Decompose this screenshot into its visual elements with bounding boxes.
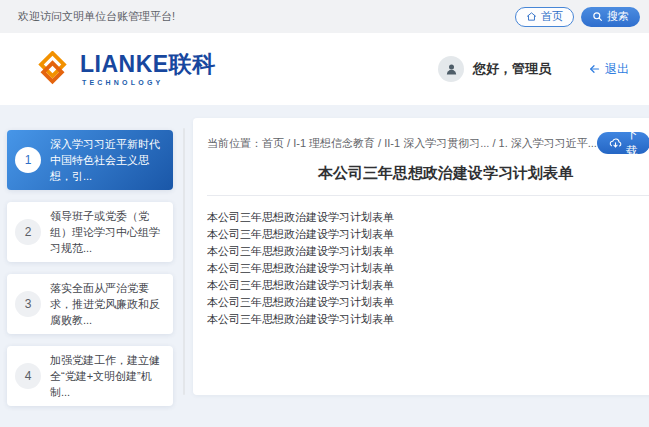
logo-title: LIANKE联科 bbox=[80, 53, 216, 76]
file-link-label: 本公司三年思想政治建设学习计划表单 bbox=[207, 313, 394, 325]
file-link[interactable]: 本公司三年思想政治建设学习计划表单 bbox=[207, 311, 649, 328]
home-icon bbox=[526, 11, 537, 22]
file-link-label: 本公司三年思想政治建设学习计划表单 bbox=[207, 228, 394, 240]
user-icon bbox=[444, 62, 459, 77]
sidebar: 1 深入学习习近平新时代中国特色社会主义思想，引... 2 领导班子或党委（党组… bbox=[0, 105, 183, 427]
logo-subtitle: TECHNOLOGY bbox=[80, 79, 216, 86]
file-link[interactable]: 本公司三年思想政治建设学习计划表单 bbox=[207, 294, 649, 311]
file-link[interactable]: 本公司三年思想政治建设学习计划表单 bbox=[207, 226, 649, 243]
sidebar-item[interactable]: 3 落实全面从严治党要求，推进党风廉政和反腐败教... bbox=[7, 274, 173, 334]
file-list: 本公司三年思想政治建设学习计划表单 本公司三年思想政治建设学习计划表单 本公司三… bbox=[207, 196, 649, 328]
main-panel-toolbar: 当前位置：首页 / I-1 理想信念教育 / II-1 深入学习贯彻习... /… bbox=[207, 131, 649, 155]
sidebar-item-label: 深入学习习近平新时代中国特色社会主义思想，引... bbox=[50, 136, 165, 184]
sidebar-item-label: 加强党建工作，建立健全“党建+文明创建”机制... bbox=[50, 352, 165, 400]
file-link-label: 本公司三年思想政治建设学习计划表单 bbox=[207, 211, 394, 223]
file-link-label: 本公司三年思想政治建设学习计划表单 bbox=[207, 262, 394, 274]
logout-label: 退出 bbox=[605, 61, 629, 78]
welcome-text: 欢迎访问文明单位台账管理平台! bbox=[18, 9, 175, 24]
file-link[interactable]: 本公司三年思想政治建设学习计划表单 bbox=[207, 243, 649, 260]
sidebar-item-label: 领导班子或党委（党组）理论学习中心组学习规范... bbox=[50, 208, 165, 256]
sidebar-item-label: 落实全面从严治党要求，推进党风廉政和反腐败教... bbox=[50, 280, 165, 328]
sidebar-item[interactable]: 4 加强党建工作，建立健全“党建+文明创建”机制... bbox=[7, 346, 173, 406]
greeting-text: 您好，管理员 bbox=[473, 60, 551, 78]
logo-text: LIANKE联科 TECHNOLOGY bbox=[80, 53, 216, 86]
topbar-actions: 首页 搜索 bbox=[515, 7, 640, 27]
logo-diamond-icon bbox=[34, 51, 71, 88]
sidebar-item-number: 1 bbox=[15, 147, 41, 173]
main-panel-actions: 下载 bbox=[597, 131, 649, 155]
content-area: 1 深入学习习近平新时代中国特色社会主义思想，引... 2 领导班子或党委（党组… bbox=[0, 105, 649, 427]
logout-button[interactable]: 退出 bbox=[589, 61, 629, 78]
sidebar-item[interactable]: 2 领导班子或党委（党组）理论学习中心组学习规范... bbox=[7, 202, 173, 262]
search-icon bbox=[592, 11, 603, 22]
file-link-label: 本公司三年思想政治建设学习计划表单 bbox=[207, 296, 394, 308]
home-button-label: 首页 bbox=[541, 9, 563, 24]
search-button-label: 搜索 bbox=[607, 9, 629, 24]
file-link[interactable]: 本公司三年思想政治建设学习计划表单 bbox=[207, 260, 649, 277]
download-button-label: 下载 bbox=[626, 126, 638, 160]
cloud-download-icon bbox=[609, 137, 622, 150]
file-link-label: 本公司三年思想政治建设学习计划表单 bbox=[207, 279, 394, 291]
logo[interactable]: LIANKE联科 TECHNOLOGY bbox=[34, 51, 216, 88]
file-link-label: 本公司三年思想政治建设学习计划表单 bbox=[207, 245, 394, 257]
breadcrumb[interactable]: 当前位置：首页 / I-1 理想信念教育 / II-1 深入学习贯彻习... /… bbox=[207, 136, 597, 151]
download-button[interactable]: 下载 bbox=[597, 132, 649, 154]
logout-arrow-icon bbox=[589, 63, 601, 75]
breadcrumb-path[interactable]: 首页 / I-1 理想信念教育 / II-1 深入学习贯彻习... / 1. 深… bbox=[262, 137, 597, 149]
sidebar-item[interactable]: 1 深入学习习近平新时代中国特色社会主义思想，引... bbox=[7, 130, 173, 190]
topbar: 欢迎访问文明单位台账管理平台! 首页 搜索 bbox=[0, 0, 649, 33]
breadcrumb-label: 当前位置： bbox=[207, 137, 262, 149]
sidebar-item-number: 3 bbox=[15, 291, 41, 317]
header: LIANKE联科 TECHNOLOGY 您好，管理员 退出 bbox=[0, 33, 649, 105]
search-button[interactable]: 搜索 bbox=[581, 7, 640, 27]
sidebar-scrollbar[interactable] bbox=[183, 128, 185, 395]
avatar bbox=[438, 56, 464, 82]
document-title: 本公司三年思想政治建设学习计划表单 bbox=[207, 164, 649, 183]
file-link[interactable]: 本公司三年思想政治建设学习计划表单 bbox=[207, 209, 649, 226]
file-link[interactable]: 本公司三年思想政治建设学习计划表单 bbox=[207, 277, 649, 294]
header-user-area: 您好，管理员 退出 bbox=[438, 56, 633, 82]
sidebar-item-number: 2 bbox=[15, 219, 41, 245]
home-button[interactable]: 首页 bbox=[515, 7, 574, 27]
sidebar-item-number: 4 bbox=[15, 363, 41, 389]
main-panel: 当前位置：首页 / I-1 理想信念教育 / II-1 深入学习贯彻习... /… bbox=[193, 118, 649, 395]
